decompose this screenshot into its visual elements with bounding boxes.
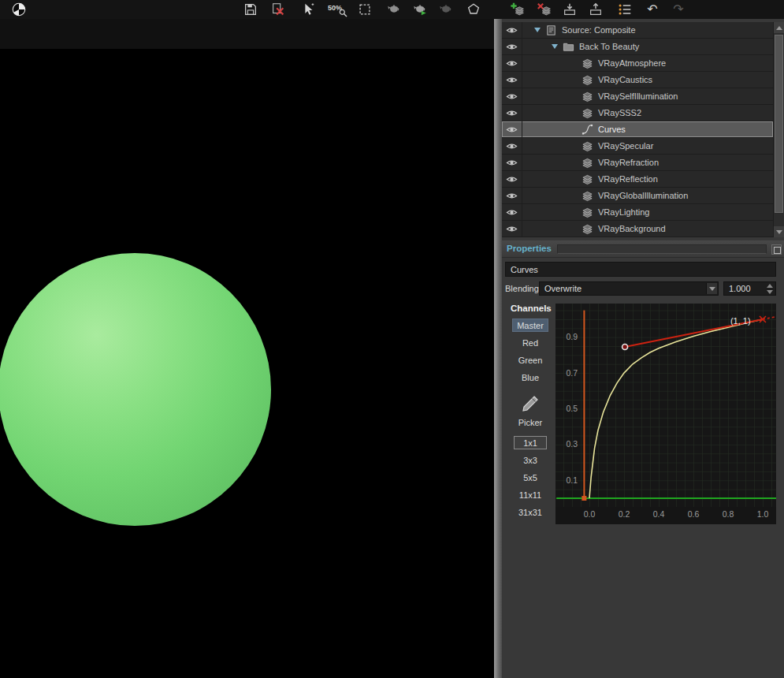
region-select-icon — [357, 2, 373, 17]
x-axis-tick-labels: 0.0 0.2 0.4 0.6 0.8 1.0 — [584, 509, 769, 519]
visibility-eye-icon[interactable] — [502, 105, 522, 121]
save-image-button[interactable] — [241, 1, 260, 18]
panel-splitter[interactable] — [494, 19, 502, 678]
blend-amount-value: 1.000 — [729, 284, 751, 293]
color-picker-pen-icon[interactable] — [519, 394, 540, 415]
visibility-eye-icon[interactable] — [502, 138, 522, 154]
save-layers-icon — [588, 2, 604, 17]
layer-row-vraybackground[interactable]: VRayBackground — [502, 221, 773, 237]
render-history-teapot-icon — [438, 2, 454, 17]
picker-size-label: 3x3 — [523, 456, 537, 465]
curves-icon — [581, 124, 593, 136]
layer-name-input[interactable] — [505, 262, 776, 277]
layer-row-vraycaustics[interactable]: VRayCaustics — [502, 72, 773, 88]
layer-row-vrayatmosphere[interactable]: VRayAtmosphere — [502, 55, 773, 72]
composite-doc-icon — [545, 24, 557, 36]
render-viewport[interactable] — [0, 49, 494, 678]
layer-row-back-to-beauty[interactable]: Back To Beauty — [502, 39, 773, 55]
clear-image-button[interactable] — [269, 1, 288, 18]
layer-row-vrayspecular[interactable]: VRaySpecular — [502, 138, 773, 155]
picker-size-5x5[interactable]: 5x5 — [514, 471, 547, 484]
svg-text:0.9: 0.9 — [566, 332, 578, 341]
magnifier-icon — [339, 9, 347, 17]
region-select-button[interactable] — [355, 1, 374, 18]
layer-row-vrayglobalillumination[interactable]: VRayGlobalIllumination — [502, 188, 773, 204]
layer-label: VRaySSS2 — [598, 108, 641, 117]
visibility-eye-icon[interactable] — [502, 204, 522, 220]
scrollbar-thumb[interactable] — [775, 35, 783, 213]
svg-text:0.0: 0.0 — [584, 509, 596, 519]
picker-size-11x11[interactable]: 11x11 — [514, 488, 547, 501]
blend-amount-spinner[interactable]: 1.000 — [723, 281, 776, 296]
spinner-arrows[interactable] — [766, 284, 774, 294]
properties-collapse-button[interactable] — [771, 244, 782, 255]
visibility-eye-icon[interactable] — [502, 55, 522, 71]
scroll-down-arrow[interactable] — [774, 226, 784, 237]
layer-row-curves[interactable]: Curves — [502, 121, 773, 138]
layer-row-source-composite[interactable]: Source: Composite — [502, 22, 773, 39]
layer-label: VRayReflection — [598, 174, 658, 184]
origin-handle-marker[interactable] — [581, 496, 586, 501]
folder-icon — [563, 41, 574, 53]
visibility-eye-icon[interactable] — [502, 72, 522, 88]
layer-label: VRaySpecular — [598, 141, 653, 151]
picker-size-31x31[interactable]: 31x31 — [514, 505, 547, 519]
channel-master[interactable]: Master — [512, 319, 548, 332]
dropdown-arrow-icon[interactable] — [706, 283, 717, 294]
curve-editor[interactable]: (1, 1) 0.0 0.2 0.4 0.6 0.8 1.0 0.9 0.7 0… — [555, 304, 776, 524]
picker-size-label: 5x5 — [523, 473, 537, 482]
render-history-button[interactable] — [437, 1, 455, 18]
layer-row-vraylighting[interactable]: VRayLighting — [502, 204, 773, 221]
picker-size-3x3[interactable]: 3x3 — [514, 453, 547, 467]
visibility-eye-icon[interactable] — [502, 188, 522, 203]
svg-text:0.3: 0.3 — [566, 439, 578, 449]
layer-label: VRayBackground — [598, 224, 666, 233]
redo-icon: ↷ — [673, 3, 683, 16]
delete-layer-button[interactable] — [535, 1, 554, 18]
curve-editor-canvas[interactable]: (1, 1) 0.0 0.2 0.4 0.6 0.8 1.0 0.9 0.7 0… — [555, 304, 776, 524]
layer-label: VRayRefraction — [598, 158, 659, 167]
picker-size-label: 11x11 — [519, 490, 541, 500]
redo-button[interactable]: ↷ — [669, 1, 688, 18]
rendered-sphere — [0, 253, 271, 526]
render-region-button[interactable] — [299, 1, 318, 18]
channel-blue[interactable]: Blue — [512, 371, 548, 384]
layer-list-scrollbar[interactable] — [773, 22, 784, 237]
render-last-button[interactable] — [385, 1, 403, 18]
render-element-icon — [581, 140, 593, 152]
load-layers-button[interactable] — [560, 1, 579, 18]
save-image-icon — [243, 2, 258, 17]
visibility-eye-icon[interactable] — [502, 22, 522, 38]
zoom-level-button[interactable]: 50% — [325, 1, 348, 18]
add-layer-button[interactable] — [508, 1, 527, 18]
layer-row-vrayreflection[interactable]: VRayReflection — [502, 171, 773, 188]
undo-button[interactable]: ↶ — [643, 1, 662, 18]
scroll-up-arrow[interactable] — [774, 22, 784, 33]
picker-size-1x1[interactable]: 1x1 — [514, 436, 547, 449]
layer-row-vrayrefraction[interactable]: VRayRefraction — [502, 155, 773, 171]
render-last-teapot-icon — [386, 2, 402, 17]
save-layers-button[interactable] — [586, 1, 605, 18]
picker-size-label: 1x1 — [523, 438, 537, 448]
channel-red[interactable]: Red — [512, 336, 548, 349]
layer-row-vrayselfillumination[interactable]: VRaySelfIllumination — [502, 88, 773, 105]
visibility-eye-icon[interactable] — [502, 39, 522, 54]
visibility-eye-icon[interactable] — [502, 171, 522, 187]
pie-menu-button[interactable] — [9, 1, 28, 18]
layer-list-button[interactable] — [615, 1, 634, 18]
visibility-eye-icon[interactable] — [502, 88, 522, 104]
lasso-region-button[interactable] — [464, 1, 483, 18]
layer-row-vraysss2[interactable]: VRaySSS2 — [502, 105, 773, 121]
blending-dropdown[interactable]: Overwrite — [539, 281, 719, 296]
expand-triangle-icon[interactable] — [534, 28, 541, 32]
channel-green[interactable]: Green — [512, 353, 548, 367]
expand-triangle-icon[interactable] — [552, 44, 558, 49]
grid — [555, 304, 776, 507]
render-button[interactable] — [411, 1, 429, 18]
render-element-icon — [581, 207, 593, 218]
visibility-eye-icon[interactable] — [502, 221, 522, 237]
visibility-eye-icon[interactable] — [502, 155, 522, 170]
visibility-eye-icon[interactable] — [502, 121, 522, 137]
svg-text:0.2: 0.2 — [619, 509, 630, 519]
tangent-control-point[interactable] — [622, 344, 628, 349]
